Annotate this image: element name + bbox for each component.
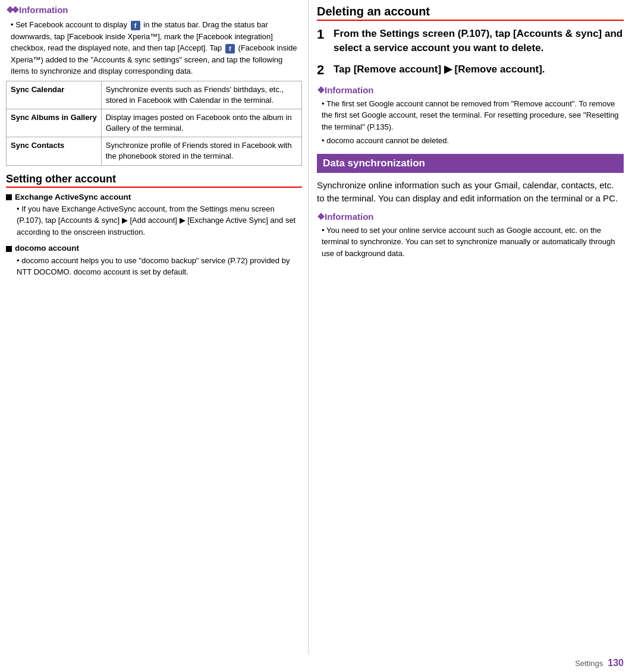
sync-description: Synchronize online information such as y… (317, 179, 624, 206)
delete-title: Deleting an account (317, 5, 624, 18)
step-2-number: 2 (317, 62, 334, 78)
step-1-text: From the Settings screen (P.107), tap [A… (334, 27, 624, 55)
info2-heading: ❖Information (317, 85, 624, 96)
page-number: 130 (608, 658, 624, 668)
facebook-icon: f (131, 21, 140, 30)
info3-heading: ❖Information (317, 212, 624, 222)
step-2: 2 Tap [Remove account] ▶ [Remove account… (317, 62, 624, 78)
data-sync-bar: Data synchronization (317, 154, 624, 173)
exchange-section: Exchange ActiveSync account If you have … (6, 191, 302, 238)
setting-other-title-bar: Setting other account (6, 173, 302, 188)
sync-table: Sync Calendar Synchronize events such as… (6, 81, 302, 166)
delete-title-bar: Deleting an account (317, 5, 624, 21)
table-cell-label: Sync Contacts (7, 137, 102, 165)
right-column: Deleting an account 1 From the Settings … (309, 0, 632, 654)
step-1-number: 1 (317, 27, 334, 42)
information-section: ❖❖Information Set Facebook account to di… (6, 5, 302, 166)
info-heading: ❖❖Information (6, 5, 302, 15)
table-cell-value: Synchronize events such as Friends' birt… (101, 81, 301, 109)
exchange-title: Exchange ActiveSync account (6, 191, 302, 203)
data-sync-title: Data synchronization (323, 157, 425, 169)
docomo-title: docomo account (6, 242, 302, 254)
exchange-text: If you have Exchange ActiveSync account,… (17, 203, 302, 238)
table-cell-label: Sync Calendar (7, 81, 102, 109)
square-icon (6, 194, 12, 200)
info-text: Set Facebook account to display f in the… (11, 19, 302, 77)
diamond-icon-2: ❖ (317, 85, 325, 95)
docomo-section: docomo account docomo account helps you … (6, 242, 302, 277)
table-row: Sync Calendar Synchronize events such as… (7, 81, 302, 109)
table-cell-label: Sync Albums in Gallery (7, 109, 102, 137)
table-row: Sync Albums in Gallery Display images po… (7, 109, 302, 137)
info2-bullet-2: docomo account cannot be deleted. (322, 135, 624, 147)
docomo-text: docomo account helps you to use "docomo … (17, 255, 302, 278)
info2-bullet-1: The first set Google account cannot be r… (322, 98, 624, 133)
footer-label: Settings (575, 659, 603, 668)
step-2-text: Tap [Remove account] ▶ [Remove account]. (334, 62, 545, 77)
table-row: Sync Contacts Synchronize profile of Fri… (7, 137, 302, 165)
left-column: ❖❖Information Set Facebook account to di… (0, 0, 309, 654)
info-section-2: ❖Information The first set Google accoun… (317, 85, 624, 147)
square-icon-2 (6, 246, 12, 252)
footer: Settings 130 (0, 654, 632, 672)
table-cell-value: Display images posted on Facebook onto t… (101, 109, 301, 137)
facebook-icon-2: f (225, 44, 235, 53)
setting-other-title: Setting other account (6, 173, 302, 185)
diamond-icon-3: ❖ (317, 212, 325, 222)
info-section-3: ❖Information You need to set your online… (317, 212, 624, 260)
step-1: 1 From the Settings screen (P.107), tap … (317, 27, 624, 55)
table-cell-value: Synchronize profile of Friends stored in… (101, 137, 301, 165)
info3-bullet: You need to set your online service acco… (322, 225, 624, 260)
